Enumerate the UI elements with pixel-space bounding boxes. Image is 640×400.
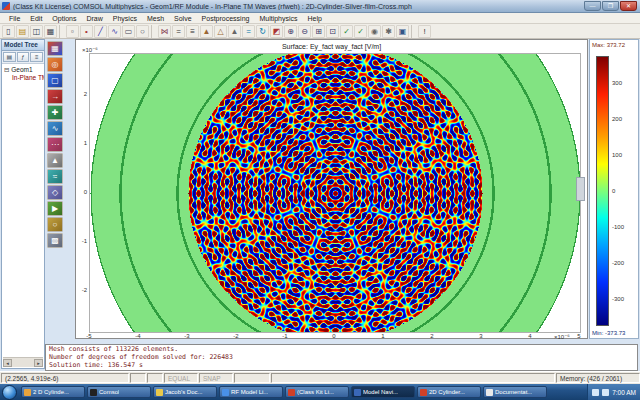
zoom-extents-icon[interactable]: ⊡ — [326, 25, 339, 38]
menu-solve[interactable]: Solve — [169, 15, 197, 22]
taskbar-button-7[interactable]: 2D Cylinder... — [417, 386, 481, 398]
taskbar-button-4[interactable]: RF Model Li... — [219, 386, 283, 398]
plot-toolbar: ▦◎▢→✚∿⋯▲≈◇▶○▩ — [47, 41, 69, 248]
minimize-button[interactable]: — — [584, 1, 601, 11]
menu-multiphysics[interactable]: Multiphysics — [254, 15, 302, 22]
memory-indicator: Memory: (426 / 2061) — [556, 373, 640, 383]
menu-postprocessing[interactable]: Postprocessing — [197, 15, 255, 22]
maximize-button[interactable]: ❐ — [602, 1, 619, 11]
draw-rectangle-icon[interactable]: ▭ — [122, 25, 135, 38]
tray-icon-2[interactable] — [602, 389, 609, 396]
tree-view-tab-2[interactable]: ƒ — [17, 52, 30, 62]
preferences-icon[interactable]: ✱ — [382, 25, 395, 38]
zoom-in-icon[interactable]: ⊕ — [284, 25, 297, 38]
task-label: Model Navi... — [363, 389, 398, 395]
simulation-surface-plot[interactable] — [90, 54, 580, 332]
colorbar-max-label: Max: 373.72 — [592, 42, 625, 48]
close-button[interactable]: ✕ — [620, 1, 637, 11]
geometry-mode-icon[interactable]: ○ — [47, 217, 63, 232]
axes-grid-settings-icon[interactable]: ≡ — [186, 25, 199, 38]
solve-icon[interactable]: = — [242, 25, 255, 38]
restart-solve-icon[interactable]: ↻ — [256, 25, 269, 38]
taskbar-button-2[interactable]: Comsol — [87, 386, 151, 398]
plot-scrollbar-thumb[interactable] — [576, 177, 585, 201]
model-tree-hscrollbar[interactable]: ◂ ▸ — [3, 357, 43, 367]
initialize-mesh-icon[interactable]: △ — [214, 25, 227, 38]
check-geometry-icon[interactable]: ✓ — [340, 25, 353, 38]
taskbar-button-3[interactable]: Jacob's Doc... — [153, 386, 217, 398]
model-navigator-icon[interactable]: ▣ — [396, 25, 409, 38]
scroll-left-icon[interactable]: ◂ — [3, 359, 12, 367]
model-tree-tabs: ▤ƒ≡ — [2, 51, 44, 64]
x-axis-tick--4: -4 — [131, 333, 145, 339]
draw-curve-icon[interactable]: ∿ — [108, 25, 121, 38]
help-icon[interactable]: ! — [418, 25, 431, 38]
axes-area — [89, 53, 581, 333]
task-label: Jacob's Doc... — [165, 389, 203, 395]
tree-item-geom1[interactable]: ⊟ Geom1 — [4, 66, 44, 74]
taskbar-button-1[interactable]: 2 D Cylinde... — [21, 386, 85, 398]
scroll-right-icon[interactable]: ▸ — [34, 359, 43, 367]
menu-help[interactable]: Help — [303, 15, 327, 22]
tree-view-tab-3[interactable]: ≡ — [30, 52, 43, 62]
geometry-edges-plot-icon[interactable]: ◇ — [47, 185, 63, 200]
tree-view-tab-1[interactable]: ▤ — [3, 52, 16, 62]
y-axis-tick--1: -1 — [77, 238, 87, 244]
tree-item-in-plane[interactable]: In-Plane TM Waves (rfweh) — [4, 74, 44, 82]
taskbar-button-5[interactable]: (Class Kit Li... — [285, 386, 349, 398]
zoom-out-icon[interactable]: ⊖ — [298, 25, 311, 38]
save-file-icon[interactable]: ◫ — [30, 25, 43, 38]
menu-bar: FileEditOptionsDrawPhysicsMeshSolvePostp… — [0, 13, 640, 24]
animate-plot-icon[interactable]: ▶ — [47, 201, 63, 216]
boundary-plot-icon[interactable]: ▢ — [47, 73, 63, 88]
colorbar-tick--300: -300 — [612, 296, 624, 302]
principal-plot-icon[interactable]: ✚ — [47, 105, 63, 120]
menu-edit[interactable]: Edit — [25, 15, 47, 22]
draw-point-icon[interactable]: • — [80, 25, 93, 38]
title-bar[interactable]: (Class Kit License) COMSOL Multiphysics … — [0, 0, 640, 13]
message-log[interactable]: Mesh consists of 113226 elements.Number … — [45, 344, 638, 371]
tray-icon-1[interactable] — [592, 389, 599, 396]
task-label: 2 D Cylinde... — [33, 389, 69, 395]
x-axis-tick--5: -5 — [82, 333, 96, 339]
taskbar-button-8[interactable]: Documentat... — [483, 386, 547, 398]
max-min-marker-plot-icon[interactable]: ▲ — [47, 153, 63, 168]
menu-physics[interactable]: Physics — [108, 15, 142, 22]
taskbar-button-6[interactable]: Model Navi... — [351, 386, 415, 398]
start-button[interactable] — [2, 385, 17, 400]
check-all-icon[interactable]: ✓ — [354, 25, 367, 38]
contour-plot-icon[interactable]: ◎ — [47, 57, 63, 72]
window-icon — [354, 389, 361, 396]
menu-mesh[interactable]: Mesh — [142, 15, 169, 22]
colorbar-min-label: Min: -373.73 — [592, 330, 625, 336]
x-axis-tick--2: -2 — [229, 333, 243, 339]
surface-plot-icon[interactable]: ▦ — [47, 41, 63, 56]
refine-mesh-icon[interactable]: ▲ — [228, 25, 241, 38]
system-tray: 7:00 AM — [587, 384, 640, 400]
menu-draw[interactable]: Draw — [81, 15, 107, 22]
streamline-plot-icon[interactable]: ∿ — [47, 121, 63, 136]
draw-line-icon[interactable]: ╱ — [94, 25, 107, 38]
scale-equal-icon[interactable]: = — [172, 25, 185, 38]
zoom-window-icon[interactable]: ⊞ — [312, 25, 325, 38]
deformed-shape-plot-icon[interactable]: ≈ — [47, 169, 63, 184]
lock-icon[interactable]: ◉ — [368, 25, 381, 38]
open-file-icon[interactable]: ▤ — [16, 25, 29, 38]
arrow-plot-icon[interactable]: → — [47, 89, 63, 104]
plot-settings-icon[interactable]: ▩ — [47, 233, 63, 248]
menu-options[interactable]: Options — [47, 15, 81, 22]
x-axis-tick--1: -1 — [278, 333, 292, 339]
print-icon[interactable]: ▦ — [44, 25, 57, 38]
plot-parameters-icon[interactable]: ◩ — [270, 25, 283, 38]
log-line-3: Solution time: 136.547 s — [46, 361, 637, 369]
draw-ellipse-icon[interactable]: ○ — [136, 25, 149, 38]
particle-tracing-plot-icon[interactable]: ⋯ — [47, 137, 63, 152]
mesh-mode-icon[interactable]: ▲ — [200, 25, 213, 38]
snap-indicator[interactable]: SNAP — [199, 373, 233, 383]
new-file-icon[interactable]: ▯ — [2, 25, 15, 38]
menu-file[interactable]: File — [4, 15, 25, 22]
mirror-icon[interactable]: ⋈ — [158, 25, 171, 38]
equal-indicator[interactable]: EQUAL — [164, 373, 198, 383]
select-mode-icon[interactable]: ▫ — [66, 25, 79, 38]
model-tree: ⊟ Geom1 In-Plane TM Waves (rfweh) — [2, 64, 44, 82]
